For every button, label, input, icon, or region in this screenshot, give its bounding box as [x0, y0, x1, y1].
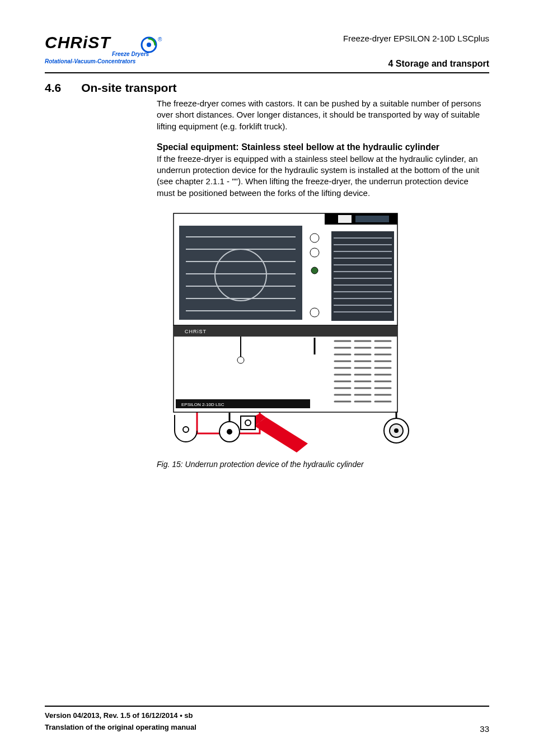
section-title: On-site transport: [81, 81, 176, 95]
paragraph-2: If the freeze-dryer is equipped with a s…: [157, 153, 484, 199]
figure-caption: Fig. 15: Underrun protection device of t…: [157, 460, 484, 469]
figure-15: CHRiST EPSILON 2-10D LSC: [157, 209, 484, 469]
paragraph-1: The freeze-dryer comes with castors. It …: [157, 98, 484, 132]
brand-logo: CHRiST ® Freeze Dryers Rotational-Vacuum…: [45, 34, 165, 66]
svg-marker-5: [255, 417, 308, 452]
svg-text:®: ®: [158, 36, 162, 43]
version-line: Version 04/2013, Rev. 1.5 of 16/12/2014 …: [45, 710, 196, 722]
christ-logo-icon: CHRiST ® Freeze Dryers Rotational-Vacuum…: [45, 34, 165, 66]
svg-point-83: [395, 429, 398, 432]
page-footer: Version 04/2013, Rev. 1.5 of 16/12/2014 …: [45, 706, 489, 734]
svg-point-42: [237, 357, 244, 363]
svg-point-23: [310, 308, 319, 317]
svg-text:CHRiST: CHRiST: [45, 34, 111, 52]
translation-line: Translation of the original operating ma…: [45, 722, 196, 734]
svg-point-21: [310, 248, 319, 257]
document-title: Freeze-dryer EPSILON 2-10D LSCplus: [343, 34, 489, 43]
svg-rect-38: [174, 325, 397, 337]
footer-left: Version 04/2013, Rev. 1.5 of 16/12/2014 …: [45, 710, 196, 734]
page-number: 33: [480, 724, 489, 734]
svg-text:EPSILON 2-10D LSC: EPSILON 2-10D LSC: [181, 402, 224, 407]
header-rule: [45, 72, 489, 73]
subheading: Special equipment: Stainless steel bello…: [157, 142, 484, 152]
header-right: Freeze-dryer EPSILON 2-10D LSCplus 4 Sto…: [343, 34, 489, 69]
svg-rect-9: [338, 215, 352, 223]
freeze-dryer-diagram-icon: CHRiST EPSILON 2-10D LSC: [157, 209, 414, 455]
logo-tagline-1: Freeze Dryers: [112, 51, 149, 57]
logo-tagline-2: Rotational-Vacuum-Concentrators: [45, 58, 136, 64]
section-heading: 4.6 On-site transport: [45, 81, 489, 95]
chapter-title: 4 Storage and transport: [343, 59, 489, 69]
svg-rect-10: [355, 216, 389, 222]
footer-rule: [45, 706, 489, 707]
svg-point-22: [311, 267, 318, 274]
section-number: 4.6: [45, 81, 61, 95]
page-header: CHRiST ® Freeze Dryers Rotational-Vacuum…: [45, 34, 489, 69]
svg-point-20: [310, 234, 319, 242]
svg-point-77: [227, 430, 232, 434]
section-body: The freeze-dryer comes with castors. It …: [157, 98, 484, 469]
svg-text:CHRiST: CHRiST: [185, 329, 207, 334]
document-page: CHRiST ® Freeze Dryers Rotational-Vacuum…: [0, 0, 534, 756]
svg-point-2: [147, 43, 151, 47]
svg-rect-11: [179, 226, 302, 320]
svg-point-80: [245, 420, 251, 426]
svg-point-75: [183, 427, 189, 432]
